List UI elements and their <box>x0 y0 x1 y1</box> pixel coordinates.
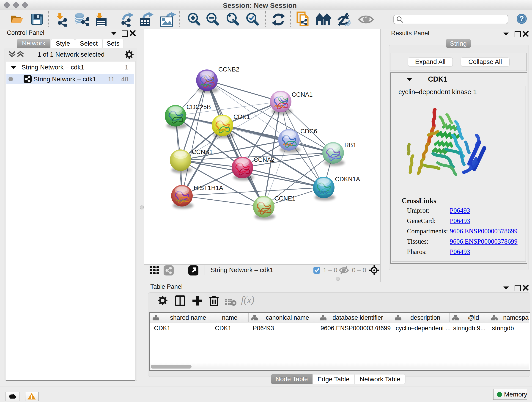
svg-text:CCNB1: CCNB1 <box>192 148 213 155</box>
svg-text:CDC6: CDC6 <box>300 128 317 135</box>
svg-text:HIST1H1A: HIST1H1A <box>194 185 223 191</box>
svg-text:CCNB2: CCNB2 <box>218 66 239 73</box>
svg-text:?: ? <box>520 15 524 23</box>
svg-text:CCNE1: CCNE1 <box>274 195 296 202</box>
svg-text:CCNA1: CCNA1 <box>292 91 313 98</box>
svg-text:RB1: RB1 <box>344 142 356 148</box>
svg-text:CDC25B: CDC25B <box>186 104 211 110</box>
svg-text:CCNA2: CCNA2 <box>254 156 275 163</box>
svg-text:CDK1: CDK1 <box>234 114 250 120</box>
svg-text:CDKN1A: CDKN1A <box>335 176 360 183</box>
